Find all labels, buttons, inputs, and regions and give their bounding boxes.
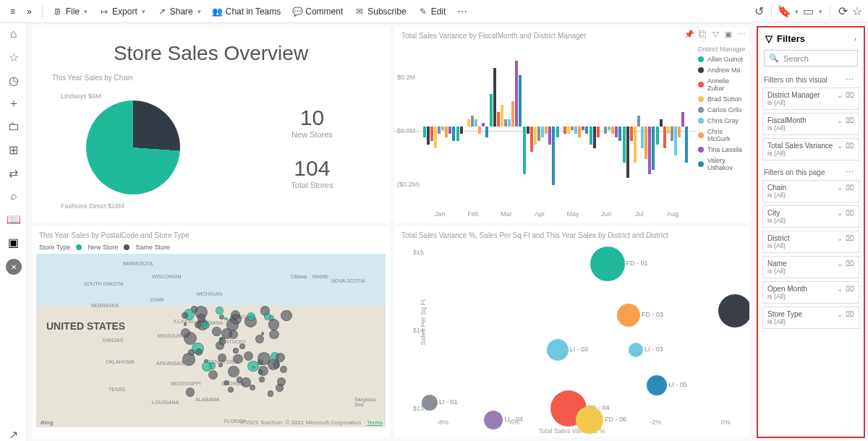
legend-item[interactable]: Chris Gray <box>698 117 746 124</box>
bar[interactable] <box>641 127 644 148</box>
map-bubble[interactable] <box>224 380 229 385</box>
bar[interactable] <box>427 127 430 145</box>
clear-filter-icon[interactable]: ⌧ <box>846 260 854 267</box>
bar[interactable] <box>537 127 540 141</box>
chevron-down-icon[interactable]: ⌄ <box>837 142 843 150</box>
bar[interactable] <box>644 127 647 159</box>
bar[interactable] <box>630 127 633 141</box>
clear-filter-icon[interactable]: ⌧ <box>846 234 854 242</box>
map-bubble[interactable] <box>202 322 209 329</box>
bar[interactable] <box>552 127 555 185</box>
map-bubble[interactable] <box>228 366 239 377</box>
bar[interactable] <box>556 127 559 137</box>
legend-item[interactable]: Brad Sutton <box>698 95 746 103</box>
bar[interactable] <box>667 127 670 134</box>
bar[interactable] <box>534 127 537 145</box>
forward-chevrons-icon[interactable]: » <box>22 4 36 20</box>
bar[interactable] <box>615 127 618 137</box>
map-bubble[interactable] <box>233 348 239 354</box>
bar[interactable] <box>541 127 544 137</box>
bar[interactable] <box>497 112 500 127</box>
file-menu[interactable]: 🗎File▾ <box>48 4 92 20</box>
chevron-down-icon[interactable]: ⌄ <box>837 285 843 293</box>
map-bubble[interactable] <box>261 332 264 335</box>
map-bubble[interactable] <box>247 361 259 372</box>
scatter-chart[interactable]: Sales Per Sq Ft Total Sales Variance % $… <box>394 241 749 436</box>
map-bubble[interactable] <box>218 354 226 362</box>
bar[interactable] <box>501 105 503 127</box>
bar[interactable] <box>508 119 511 127</box>
more-icon[interactable]: ⋯ <box>736 29 746 39</box>
bar[interactable] <box>511 101 514 127</box>
bookmark-icon[interactable]: 🔖 <box>779 7 789 17</box>
more-icon[interactable]: ⋯ <box>841 168 858 177</box>
map-bubble[interactable] <box>186 388 195 397</box>
map-bubble[interactable] <box>276 353 285 362</box>
bar[interactable] <box>563 127 566 134</box>
map-bubble[interactable] <box>269 330 279 340</box>
map-bubble[interactable] <box>244 351 253 361</box>
learn-icon[interactable]: ⌕ <box>7 189 20 202</box>
legend-item[interactable]: Andrew Ma <box>698 67 746 74</box>
more-menu[interactable]: ⋯ <box>453 6 472 17</box>
chevron-down-icon[interactable]: ⌄ <box>837 184 843 192</box>
scatter-bubble[interactable] <box>576 406 603 434</box>
map-bubble[interactable] <box>224 317 228 321</box>
bar[interactable] <box>678 127 681 137</box>
bar[interactable] <box>423 127 426 137</box>
chevron-down-icon[interactable]: ⌄ <box>837 116 843 124</box>
chevron-down-icon[interactable]: ⌄ <box>837 91 843 99</box>
filters-header[interactable]: ▽ Filters › <box>758 27 864 50</box>
star-icon[interactable]: ☆ <box>7 51 20 64</box>
chevron-down-icon[interactable]: ⌄ <box>837 260 843 267</box>
filter-card[interactable]: Chain⌄⌧is (All) <box>762 180 859 202</box>
filter-card[interactable]: Open Month⌄⌧is (All) <box>762 281 859 304</box>
clear-filter-icon[interactable]: ⌧ <box>846 142 854 150</box>
filter-search-input[interactable]: 🔍 Search <box>764 50 858 67</box>
map-bubble[interactable] <box>255 335 264 343</box>
map-bubble[interactable] <box>208 370 218 380</box>
chevron-down-icon[interactable]: ⌄ <box>837 310 843 318</box>
legend-item[interactable]: Valery Ushakov <box>698 157 746 171</box>
bar[interactable] <box>663 127 666 148</box>
bar[interactable] <box>637 116 640 127</box>
map-bubble[interactable] <box>212 327 221 336</box>
workspaces-icon[interactable]: 📖 <box>7 213 20 226</box>
scatter-bubble[interactable] <box>422 395 438 411</box>
bar[interactable] <box>660 119 663 127</box>
map-bubble[interactable] <box>184 322 187 325</box>
chevron-down-icon[interactable]: ⌄ <box>837 209 843 217</box>
comment-button[interactable]: 💬Comment <box>288 4 347 20</box>
scatter-bubble[interactable] <box>617 304 640 327</box>
bar[interactable] <box>430 127 433 141</box>
bar[interactable] <box>434 127 437 148</box>
focus-icon[interactable]: ▣ <box>723 29 733 39</box>
chevron-down-icon[interactable]: ⌄ <box>837 234 843 242</box>
map-bubble[interactable] <box>228 387 234 393</box>
map-bubble[interactable] <box>195 348 203 356</box>
bar[interactable] <box>593 127 596 148</box>
scatter-bubble[interactable] <box>590 247 625 281</box>
map-bubble[interactable] <box>182 353 195 365</box>
map-terms-link[interactable]: Terms <box>367 419 383 426</box>
bar[interactable] <box>490 94 493 127</box>
bar[interactable] <box>548 127 551 145</box>
bar[interactable] <box>604 127 607 134</box>
reset-icon[interactable]: ↺ <box>754 7 764 17</box>
map-bubble[interactable] <box>258 352 271 365</box>
map-bubble[interactable] <box>280 366 287 373</box>
map-bubble[interactable] <box>264 313 271 320</box>
bar[interactable] <box>674 127 677 155</box>
edit-button[interactable]: ✎Edit <box>414 4 451 20</box>
bar[interactable] <box>656 127 659 145</box>
datasets-icon[interactable]: 🗀 <box>7 120 20 133</box>
filter-icon[interactable]: ▽ <box>710 29 720 39</box>
bar[interactable] <box>515 61 518 127</box>
add-icon[interactable]: ＋ <box>7 97 20 110</box>
clear-filter-icon[interactable]: ⌧ <box>846 285 854 293</box>
map-bubble[interactable] <box>276 384 284 392</box>
filter-card[interactable]: District Manager⌄⌧is (All) <box>762 87 859 110</box>
view-icon[interactable]: ▭ <box>803 7 813 17</box>
bar[interactable] <box>611 127 614 134</box>
bar[interactable] <box>519 75 522 127</box>
